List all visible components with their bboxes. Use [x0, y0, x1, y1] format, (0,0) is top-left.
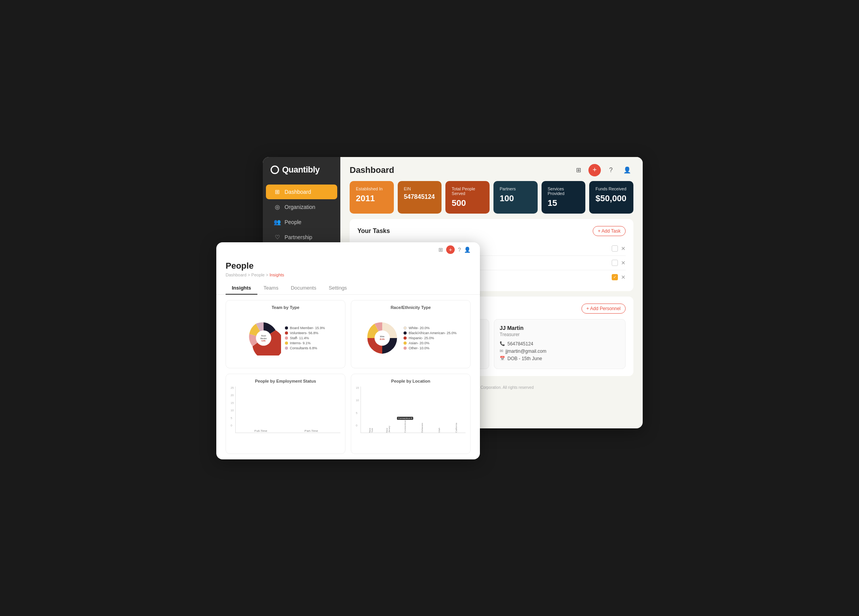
team-legend: Board Member- 15.9% Volunteers- 56.8% St… [285, 326, 325, 350]
stat-ein-label: EIN [404, 186, 436, 191]
employment-bar-wrapper: 25 20 15 10 5 0 Full-Time [231, 387, 340, 433]
legend-other: Other- 10.0% [404, 346, 457, 350]
employment-status-chart: People by Employment Status 25 20 15 10 … [226, 374, 345, 454]
user-icon-pw[interactable]: 👤 [464, 247, 471, 253]
bar-fulltime-col: Full-Time [240, 428, 282, 433]
breadcrumb-current: Insights [269, 273, 284, 277]
stats-row: Established In 2011 EIN 547845124 Total … [340, 181, 643, 219]
person-2-phone: 📞 5647845124 [500, 341, 620, 347]
add-personnel-button[interactable]: + Add Personnel [581, 304, 626, 314]
task-3-checkbox[interactable]: ✓ [612, 274, 618, 280]
sidebar-item-dashboard[interactable]: ⊞ Dashboard [266, 185, 337, 199]
loc-y-15: 15 [356, 387, 359, 389]
legend-dot-board [285, 326, 288, 330]
race-center-label: White [380, 336, 385, 338]
team-pie-chart: Board Member 6.8% [246, 321, 281, 355]
legend-asian: Asian- 20.0% [404, 341, 457, 345]
legend-volunteers: Volunteers- 56.8% [285, 331, 325, 335]
bar-delaware-label: Delaware [421, 424, 423, 433]
stat-partners-value: 100 [500, 193, 531, 204]
tab-teams[interactable]: Teams [257, 282, 285, 295]
employment-chart-content: 25 20 15 10 5 0 Full-Time [231, 387, 340, 449]
add-button-pw[interactable]: + [446, 245, 455, 254]
stat-funds-value: $50,000 [595, 193, 627, 204]
tab-insights[interactable]: Insights [226, 282, 257, 295]
legend-interns: Interns- 9.1% [285, 341, 325, 345]
stat-ein-value: 547845124 [404, 193, 436, 200]
bar-newyork-label: New York [369, 425, 373, 433]
people-window-title: People [226, 261, 471, 271]
location-y-axis: 15 10 5 0 [356, 387, 361, 433]
team-chart-content: Board Member 6.8% Board Member- 15.9% Vo [231, 313, 340, 364]
people-icon: 👥 [274, 219, 281, 226]
pie-center-value: 6.8% [262, 340, 266, 342]
race-legend: White- 20.0% Black/African American- 25.… [404, 326, 457, 350]
legend-dot-hispanic [404, 336, 407, 340]
tab-documents[interactable]: Documents [285, 282, 323, 295]
logo: Quantibly [263, 165, 340, 184]
person-2-email: ✉ jjmartin@gmail.com [500, 349, 620, 354]
sidebar-item-people[interactable]: 👥 People [266, 215, 337, 229]
help-icon[interactable]: ? [605, 164, 617, 176]
y-label-20: 20 [231, 394, 234, 397]
stat-services-value: 15 [548, 198, 580, 208]
legend-dot-interns [285, 342, 288, 345]
task-1-delete[interactable]: ✕ [621, 245, 626, 252]
location-chart-content: 15 10 5 0 New York Ne [356, 387, 466, 449]
add-button[interactable]: + [588, 164, 601, 176]
connecticut-tooltip: Connecticut 8 [397, 417, 414, 420]
y-label-15: 15 [231, 402, 234, 404]
location-chart-title: People by Location [356, 379, 466, 383]
task-1-checkbox[interactable] [612, 245, 618, 252]
bar-california-label: California [455, 424, 457, 433]
y-label-0: 0 [231, 424, 234, 427]
people-window-header: People Dashboard > People > Insights [216, 254, 480, 282]
grid-icon-pw[interactable]: ⊞ [438, 247, 443, 253]
stat-people-served: Total People Served 500 [445, 181, 490, 214]
people-location-chart: People by Location 15 10 5 0 New York [351, 374, 471, 454]
tab-settings[interactable]: Settings [323, 282, 353, 295]
stat-established: Established In 2011 [350, 181, 394, 214]
email-icon-2: ✉ [500, 349, 503, 354]
help-icon-pw[interactable]: ? [458, 247, 461, 253]
task-2-checkbox[interactable] [612, 260, 618, 266]
race-ethnicity-chart: Race/Ethnicity Type [351, 300, 471, 369]
bar-parttime-col: Part-Time [290, 428, 333, 433]
legend-dot-asian [404, 342, 407, 345]
organization-icon: ◎ [274, 204, 281, 211]
bar-connecticut-label: Connecticut [404, 423, 406, 433]
stat-partners-label: Partners [500, 186, 531, 191]
stat-established-value: 2011 [356, 193, 388, 204]
person-2-role: Treasurer [500, 332, 620, 337]
sidebar-item-organization[interactable]: ◎ Organization [266, 200, 337, 214]
stat-funds-label: Funds Received [595, 186, 627, 191]
dashboard-icon: ⊞ [274, 188, 281, 195]
stat-services: Services Provided 15 [542, 181, 586, 214]
legend-board: Board Member- 15.9% [285, 326, 325, 330]
bar-delaware-col: Delaware [414, 423, 430, 433]
grid-icon[interactable]: ⊞ [572, 164, 585, 176]
race-pie-chart: White 20.0% [365, 321, 400, 355]
task-2-delete[interactable]: ✕ [621, 260, 626, 266]
person-2-name: JJ Martin [500, 325, 620, 331]
stat-partners: Partners 100 [493, 181, 538, 214]
legend-dot-staff [285, 336, 288, 340]
breadcrumb: Dashboard > People > Insights [226, 273, 471, 277]
legend-dot-other [404, 347, 407, 350]
location-bar-wrapper: 15 10 5 0 New York Ne [356, 387, 466, 433]
calendar-icon-2: 📅 [500, 356, 505, 361]
bar-newjersey-label: New Jersey [386, 424, 390, 433]
legend-white: White- 20.0% [404, 326, 457, 330]
bar-parttime-label: Part-Time [305, 429, 318, 433]
people-tabs: Insights Teams Documents Settings [216, 282, 480, 295]
bar-utah-label: Utah [438, 426, 440, 433]
pie-center-label: Board [261, 335, 266, 337]
y-label-10: 10 [231, 409, 234, 412]
task-3-delete[interactable]: ✕ [621, 274, 626, 280]
add-task-button[interactable]: + Add Task [593, 226, 626, 236]
employment-bars: Full-Time Part-Time [235, 387, 340, 433]
page-title: Dashboard [350, 165, 394, 175]
task-3-actions: ✓ ✕ [612, 274, 626, 280]
user-icon[interactable]: 👤 [621, 164, 633, 176]
stat-funds: Funds Received $50,000 [589, 181, 633, 214]
